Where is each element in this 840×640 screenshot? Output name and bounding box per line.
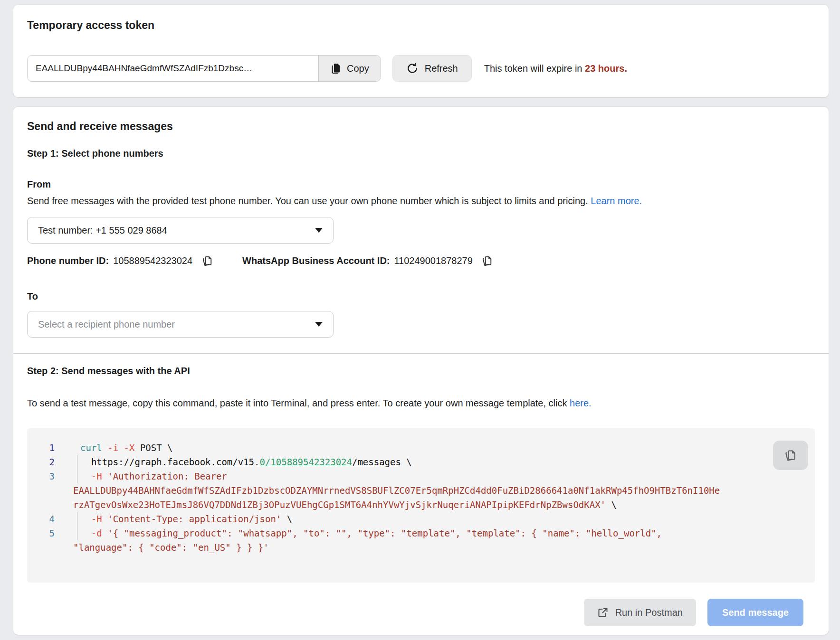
code-line: EAALLDUBpy44BAHNfaeGdmfWfSZAdIFzb1DzbscO… [27,483,815,498]
messages-card-title: Send and receive messages [27,107,815,133]
copy-waba-id-button[interactable] [480,253,495,268]
code-rows: 1curl -i -X POST \2 https://graph.facebo… [27,441,815,555]
to-number-select[interactable]: Select a recipient phone number [27,311,334,338]
copy-outline-icon [481,254,494,267]
code-line: "language": { "code": "en_US" } } }' [27,540,815,555]
step1-heading: Step 1: Select phone numbers [27,149,815,158]
run-in-postman-button[interactable]: Run in Postman [584,599,696,626]
send-message-label: Send message [722,607,789,618]
send-message-button[interactable]: Send message [707,599,803,626]
waba-id-label: WhatsApp Business Account ID: [242,255,390,266]
token-input-group: Copy [27,55,381,82]
send-receive-messages-card: Send and receive messages Step 1: Select… [13,107,829,635]
indent-guide [55,455,77,469]
waba-id-value: 110249001878279 [394,255,472,266]
expiry-hours: 23 hours. [585,63,627,74]
code-text: EAALLDUBpy44BAHNfaeGdmfWfSZAdIFzb1DzbscO… [70,483,720,498]
indent-guide [55,441,77,455]
code-text: rzATgevOsWxe23HoTEJmsJ86VQ7DDNd1ZBj3OPuz… [70,498,617,512]
copy-outline-icon [783,448,798,462]
run-in-postman-label: Run in Postman [615,607,683,618]
refresh-label: Refresh [425,63,458,74]
line-number: 5 [27,526,55,540]
expiry-prefix: This token will expire in [484,63,582,74]
code-text: -H 'Content-Type: application/json' \ [77,512,292,526]
to-label: To [27,292,815,301]
code-line: 4 -H 'Content-Type: application/json' \ [27,512,815,526]
code-text: https://graph.facebook.com/v15.0/1058895… [77,455,412,469]
indent-guide [55,512,77,526]
phone-number-id-label: Phone number ID: [27,255,109,266]
line-number: 3 [27,469,55,483]
code-line: 5 -d '{ "messaging_product": "whatsapp",… [27,526,815,540]
step2-heading: Step 2: Send messages with the API [27,366,815,376]
code-text: curl -i -X POST \ [77,441,173,455]
code-line: rzATgevOsWxe23HoTEJmsJ86VQ7DDNd1ZBj3OPuz… [27,498,815,512]
caret-down-icon [315,228,323,233]
indent-guide [55,526,77,540]
copy-label: Copy [347,63,369,74]
code-line: 2 https://graph.facebook.com/v15.0/10588… [27,455,815,469]
code-text: -H 'Authorization: Bearer [77,469,227,483]
from-number-select[interactable]: Test number: +1 555 029 8684 [27,217,334,244]
line-number: 1 [27,441,55,455]
token-row: Copy Refresh This token will expire in 2… [27,55,815,82]
to-number-placeholder: Select a recipient phone number [38,319,175,330]
step2-help-body: To send a test message, copy this comman… [27,398,567,408]
code-line: 1curl -i -X POST \ [27,441,815,455]
code-line: 3 -H 'Authorization: Bearer [27,469,815,483]
step2-help-text: To send a test message, copy this comman… [27,397,815,409]
copy-token-button[interactable]: Copy [318,56,381,81]
copy-code-button[interactable] [773,441,808,470]
code-text: "language": { "code": "en_US" } } }' [70,540,269,555]
copy-icon [330,63,342,74]
temporary-access-token-card: Temporary access token Copy [13,5,829,97]
ids-row: Phone number ID: 105889542323024 WhatsAp… [27,253,815,268]
indent-guide [55,469,77,483]
from-help-text: Send free messages with the provided tes… [27,195,815,207]
from-label: From [27,179,815,189]
line-number: 2 [27,455,55,469]
refresh-icon [406,62,419,75]
learn-more-link[interactable]: Learn more. [591,196,642,206]
footer-actions: Run in Postman Send message [27,599,815,626]
token-expiry-text: This token will expire in 23 hours. [484,63,627,74]
from-number-value: Test number: +1 555 029 8684 [38,225,167,236]
access-token-field[interactable] [28,56,318,81]
phone-number-id-value: 105889542323024 [113,255,192,266]
curl-code-block: 1curl -i -X POST \2 https://graph.facebo… [27,428,815,583]
section-divider [13,353,829,354]
external-link-icon [597,607,609,618]
code-text: -d '{ "messaging_product": "whatsapp", "… [77,526,662,540]
here-link[interactable]: here. [570,398,592,408]
copy-outline-icon [201,254,214,267]
line-number: 4 [27,512,55,526]
token-card-title: Temporary access token [27,5,815,32]
refresh-token-button[interactable]: Refresh [392,55,472,82]
caret-down-icon [315,322,323,327]
from-help-body: Send free messages with the provided tes… [27,196,588,206]
copy-phone-id-button[interactable] [200,253,215,268]
